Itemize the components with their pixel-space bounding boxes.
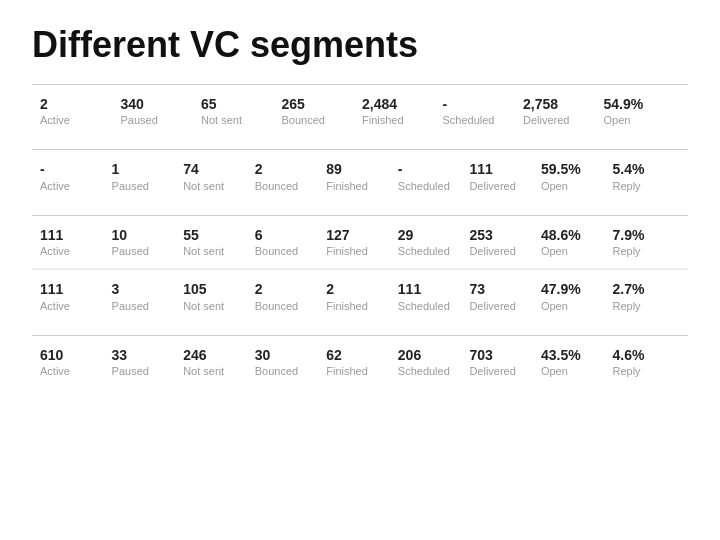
cell-label: Scheduled (443, 113, 495, 127)
cell: -Scheduled (443, 95, 524, 127)
data-row: 111Active3Paused105Not sent2Bounced2Fini… (32, 269, 688, 322)
cell: 74Not sent (183, 160, 255, 192)
cell: 65Not sent (201, 95, 282, 127)
section-0: 2Active340Paused65Not sent265Bounced2,48… (32, 84, 688, 137)
sections-container: 2Active340Paused65Not sent265Bounced2,48… (32, 84, 688, 400)
cell: 127Finished (326, 226, 398, 258)
cell-value: 610 (40, 346, 63, 364)
cell: 206Scheduled (398, 346, 470, 378)
cell-value: 340 (121, 95, 144, 113)
cell-value: 48.6% (541, 226, 581, 244)
cell-value: 54.9% (604, 95, 644, 113)
cell: -Scheduled (398, 160, 470, 192)
cell-value: 111 (469, 160, 492, 178)
cell-label: Finished (326, 364, 368, 378)
cell-value: 59.5% (541, 160, 581, 178)
cell-value: 111 (40, 280, 63, 298)
cell: 4.6%Reply (613, 346, 685, 378)
cell: 253Delivered (469, 226, 541, 258)
cell-label: Reply (613, 364, 641, 378)
cell-value: 127 (326, 226, 349, 244)
cell-label: Active (40, 299, 70, 313)
page-title: Different VC segments (32, 24, 688, 66)
cell-value: - (40, 160, 45, 178)
cell: 73Delivered (469, 280, 541, 312)
cell-value: 4.6% (613, 346, 645, 364)
cell-label: Finished (362, 113, 404, 127)
cell-value: 74 (183, 160, 199, 178)
cell: 59.5%Open (541, 160, 613, 192)
cell-label: Open (541, 299, 568, 313)
cell-value: 1 (112, 160, 120, 178)
cell-label: Not sent (201, 113, 242, 127)
cell-value: 703 (469, 346, 492, 364)
cell-value: 2 (255, 280, 263, 298)
data-row: 610Active33Paused246Not sent30Bounced62F… (32, 336, 688, 388)
cell: 47.9%Open (541, 280, 613, 312)
cell-label: Open (604, 113, 631, 127)
cell: 2Finished (326, 280, 398, 312)
cell-value: 62 (326, 346, 342, 364)
cell: 246Not sent (183, 346, 255, 378)
cell: 340Paused (121, 95, 202, 127)
cell: 2Active (40, 95, 121, 127)
cell-value: 111 (40, 226, 63, 244)
data-row: 2Active340Paused65Not sent265Bounced2,48… (32, 85, 688, 137)
cell-label: Bounced (255, 299, 298, 313)
cell: 2,758Delivered (523, 95, 604, 127)
cell-label: Open (541, 244, 568, 258)
cell-value: 105 (183, 280, 206, 298)
cell-label: Delivered (469, 299, 515, 313)
cell-value: 253 (469, 226, 492, 244)
cell: 7.9%Reply (613, 226, 685, 258)
cell-value: 55 (183, 226, 199, 244)
cell-value: 89 (326, 160, 342, 178)
cell-value: 265 (282, 95, 305, 113)
cell-label: Reply (613, 244, 641, 258)
cell-label: Bounced (255, 244, 298, 258)
cell: 55Not sent (183, 226, 255, 258)
cell-label: Bounced (255, 364, 298, 378)
cell-value: 5.4% (613, 160, 645, 178)
cell: -Active (40, 160, 112, 192)
cell-value: 43.5% (541, 346, 581, 364)
cell: 3Paused (112, 280, 184, 312)
cell-label: Delivered (469, 244, 515, 258)
cell-label: Paused (112, 244, 149, 258)
cell-label: Scheduled (398, 299, 450, 313)
cell-label: Not sent (183, 299, 224, 313)
cell: 2,484Finished (362, 95, 443, 127)
data-row: 111Active10Paused55Not sent6Bounced127Fi… (32, 216, 688, 269)
cell: 33Paused (112, 346, 184, 378)
cell-label: Active (40, 244, 70, 258)
cell-label: Bounced (282, 113, 325, 127)
cell: 703Delivered (469, 346, 541, 378)
cell: 43.5%Open (541, 346, 613, 378)
cell-value: 29 (398, 226, 414, 244)
cell: 2.7%Reply (613, 280, 685, 312)
cell-label: Scheduled (398, 364, 450, 378)
cell-label: Delivered (523, 113, 569, 127)
cell-label: Delivered (469, 179, 515, 193)
cell-label: Reply (613, 179, 641, 193)
cell: 10Paused (112, 226, 184, 258)
cell: 610Active (40, 346, 112, 378)
cell: 111Delivered (469, 160, 541, 192)
cell: 2Bounced (255, 160, 327, 192)
cell-label: Finished (326, 299, 368, 313)
cell-value: 206 (398, 346, 421, 364)
cell: 111Scheduled (398, 280, 470, 312)
cell-value: - (443, 95, 448, 113)
cell-value: 2,758 (523, 95, 558, 113)
cell-label: Not sent (183, 364, 224, 378)
cell-value: 7.9% (613, 226, 645, 244)
cell: 29Scheduled (398, 226, 470, 258)
cell-label: Paused (112, 299, 149, 313)
section-2: 111Active10Paused55Not sent6Bounced127Fi… (32, 215, 688, 323)
cell: 54.9%Open (604, 95, 685, 127)
cell-label: Finished (326, 179, 368, 193)
cell: 5.4%Reply (613, 160, 685, 192)
cell: 62Finished (326, 346, 398, 378)
cell-label: Paused (112, 364, 149, 378)
cell-label: Not sent (183, 244, 224, 258)
